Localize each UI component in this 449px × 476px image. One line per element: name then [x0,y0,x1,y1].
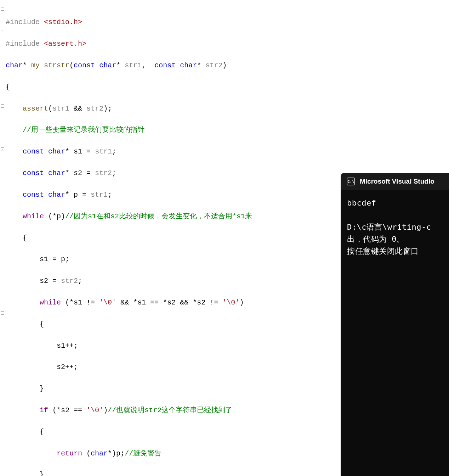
header: <stdio.h> [44,18,82,26]
comment: //用一些变量来记录我们要比较的指针 [23,126,144,134]
output-line: 出，代码为 0。 [347,235,405,243]
output-line: 按任意键关闭此窗口 [347,247,419,256]
code-line: const char* s1 = str1; [0,146,449,157]
console-output: bbcdef D:\c语言\writing-c 出，代码为 0。 按任意键关闭此… [341,190,449,264]
comment: //因为s1在和s2比较的时候，会发生变化，不适合用*s1来 [65,212,252,220]
output-line: bbcdef [347,198,376,207]
terminal-icon: C:\ [347,178,355,185]
code-line: assert(str1 && str2); [0,103,449,114]
code-line: //用一些变量来记录我们要比较的指针 [0,125,449,135]
preproc: #include [6,18,40,26]
code-line: char* my_strstr(const char* str1, const … [0,60,449,71]
code-line: #include <assert.h> [0,39,449,49]
header: <assert.h> [44,40,86,48]
console-window[interactable]: C:\ Microsoft Visual Studio bbcdef D:\c语… [341,173,449,476]
comment: //也就说明str2这个字符串已经找到了 [108,406,232,414]
code-line: { [0,82,449,93]
output-line: D:\c语言\writing-c [347,223,431,231]
preproc: #include [6,40,40,48]
code-line: #include <stdio.h> [0,17,449,28]
comment: //避免警告 [125,449,161,458]
keyword: while [23,212,44,220]
function-name: my_strstr [31,61,69,69]
console-title: Microsoft Visual Studio [360,178,434,185]
console-titlebar[interactable]: C:\ Microsoft Visual Studio [341,173,449,190]
keyword: char [6,61,23,69]
